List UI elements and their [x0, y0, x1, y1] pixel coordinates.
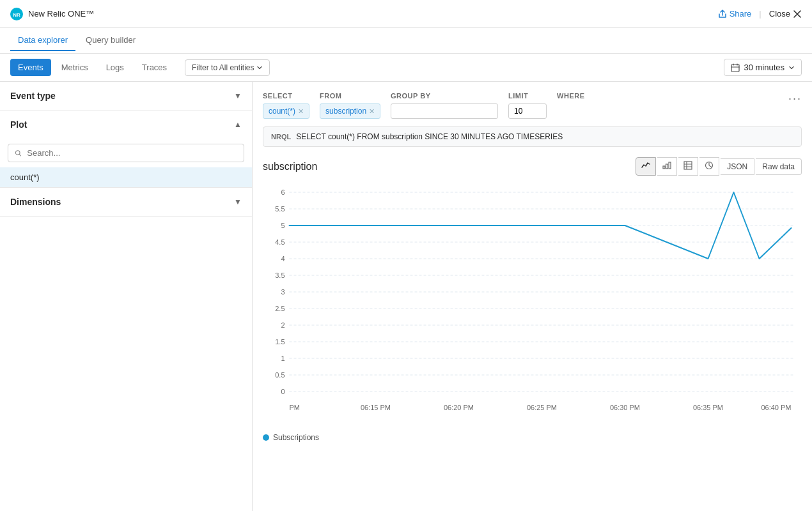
svg-text:4.5: 4.5: [275, 238, 285, 246]
pie-chart-button[interactable]: [699, 157, 719, 176]
raw-data-button[interactable]: Raw data: [756, 158, 802, 175]
event-type-header[interactable]: Event type ▼: [0, 82, 252, 110]
svg-text:PM: PM: [290, 404, 301, 411]
from-tag: subscription ✕: [320, 103, 380, 119]
dimensions-chevron: ▼: [234, 197, 242, 206]
line-chart-icon: [641, 161, 650, 170]
svg-text:1: 1: [281, 355, 285, 362]
chart-container: 6 5.5 5 4.5 4 3.5 3 2.5 2 1.5 1 0.5 0: [263, 183, 802, 428]
group-by-label: GROUP BY: [391, 92, 498, 100]
limit-col: LIMIT: [508, 92, 547, 119]
line-chart-button[interactable]: [636, 157, 656, 176]
query-builder: SELECT count(*) ✕ FROM subscription ✕ GR…: [263, 92, 802, 119]
dimensions-section: Dimensions ▼: [0, 188, 252, 217]
tab-metrics[interactable]: Metrics: [54, 59, 96, 76]
from-label: FROM: [320, 92, 380, 100]
svg-text:5: 5: [281, 222, 285, 229]
secondary-nav-left: Events Metrics Logs Traces Filter to All…: [10, 59, 270, 76]
svg-rect-7: [684, 162, 692, 169]
time-picker-button[interactable]: 30 minutes: [724, 59, 802, 76]
topbar: NR New Relic ONE™ Share | Close: [0, 0, 812, 28]
content-area: SELECT count(*) ✕ FROM subscription ✕ GR…: [253, 82, 812, 511]
chart-header: subscription: [263, 157, 802, 176]
plot-section: Plot ▲ count(*): [0, 111, 252, 188]
dimensions-header[interactable]: Dimensions ▼: [0, 188, 252, 216]
tab-data-explorer[interactable]: Data explorer: [10, 30, 75, 51]
svg-rect-6: [669, 162, 671, 169]
svg-text:2: 2: [281, 321, 285, 329]
group-by-input[interactable]: [391, 103, 498, 119]
svg-text:6: 6: [281, 188, 285, 196]
share-icon: [718, 10, 727, 19]
where-label: WHERE: [557, 92, 584, 100]
group-by-col: GROUP BY: [391, 92, 498, 119]
more-options-button[interactable]: ···: [788, 92, 802, 105]
plot-search-box: [8, 144, 244, 162]
nrql-label: NRQL: [271, 133, 291, 141]
app-logo: NR: [10, 8, 23, 20]
select-label: SELECT: [263, 92, 309, 100]
svg-text:06:40 PM: 06:40 PM: [761, 404, 791, 411]
search-icon: [15, 149, 22, 157]
tab-events[interactable]: Events: [10, 59, 51, 76]
plot-header[interactable]: Plot ▲: [0, 111, 252, 139]
svg-text:3: 3: [281, 288, 285, 296]
chart-legend: Subscriptions: [263, 433, 802, 442]
table-button[interactable]: [678, 157, 698, 176]
svg-rect-5: [666, 164, 668, 169]
bar-chart-button[interactable]: [657, 157, 677, 176]
dimensions-title: Dimensions: [10, 197, 61, 207]
plot-chevron: ▲: [234, 120, 242, 129]
table-icon: [683, 161, 692, 170]
nrql-query: SELECT count(*) FROM subscription SINCE …: [296, 132, 563, 141]
svg-text:4: 4: [281, 255, 285, 263]
svg-text:5.5: 5.5: [275, 205, 285, 213]
svg-text:06:20 PM: 06:20 PM: [444, 404, 474, 411]
plot-item-count[interactable]: count(*): [0, 167, 252, 187]
svg-text:06:35 PM: 06:35 PM: [693, 404, 723, 411]
from-col: FROM subscription ✕: [320, 92, 380, 119]
chevron-down-icon: [256, 65, 263, 71]
legend-dot: [263, 434, 269, 441]
limit-label: LIMIT: [508, 92, 547, 100]
svg-text:06:15 PM: 06:15 PM: [361, 404, 391, 411]
json-button[interactable]: JSON: [721, 158, 754, 175]
tab-logs[interactable]: Logs: [98, 59, 132, 76]
svg-text:0.5: 0.5: [275, 371, 285, 379]
svg-text:06:25 PM: 06:25 PM: [527, 404, 557, 411]
from-remove-button[interactable]: ✕: [369, 107, 375, 116]
where-col: WHERE: [557, 92, 584, 100]
pie-chart-icon: [705, 161, 714, 170]
secondary-nav: Events Metrics Logs Traces Filter to All…: [0, 54, 812, 82]
event-type-chevron: ▼: [234, 91, 242, 100]
svg-text:06:30 PM: 06:30 PM: [610, 404, 640, 411]
svg-text:1.5: 1.5: [275, 338, 285, 346]
plot-title: Plot: [10, 119, 27, 130]
sidebar: Event type ▼ Plot ▲ count(*) Dimensions: [0, 82, 253, 511]
svg-text:2.5: 2.5: [275, 305, 285, 312]
topbar-right: Share | Close: [718, 9, 802, 19]
svg-text:3.5: 3.5: [275, 271, 285, 279]
topbar-divider: |: [759, 9, 761, 19]
nav-tabs: Data explorer Query builder: [0, 28, 812, 54]
topbar-left: NR New Relic ONE™: [10, 8, 94, 20]
svg-text:0: 0: [281, 388, 285, 395]
bar-chart-icon: [662, 161, 671, 170]
close-button[interactable]: Close: [769, 9, 802, 19]
chart-toolbar: JSON Raw data: [636, 157, 802, 176]
event-type-title: Event type: [10, 91, 56, 101]
limit-input[interactable]: [508, 103, 547, 119]
svg-rect-4: [663, 166, 665, 169]
select-remove-button[interactable]: ✕: [298, 107, 304, 116]
plot-search-input[interactable]: [27, 148, 237, 158]
tab-query-builder[interactable]: Query builder: [78, 30, 143, 51]
nrql-bar: NRQL SELECT count(*) FROM subscription S…: [263, 126, 802, 147]
calendar-icon: [731, 63, 740, 72]
filter-entities-button[interactable]: Filter to All entities: [185, 59, 270, 76]
chevron-down-icon: [788, 65, 795, 71]
share-button[interactable]: Share: [718, 9, 752, 19]
close-icon: [793, 10, 802, 19]
svg-rect-2: [731, 65, 739, 72]
tab-traces[interactable]: Traces: [134, 59, 175, 76]
legend-label: Subscriptions: [273, 433, 319, 442]
